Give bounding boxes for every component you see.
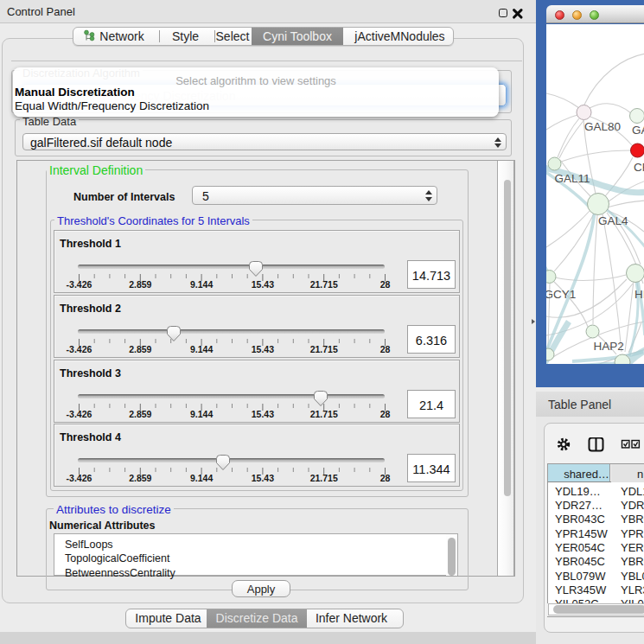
svg-text:GAL80: GAL80: [584, 120, 621, 133]
svg-text:28: 28: [380, 344, 391, 354]
svg-text:CR: CR: [634, 161, 644, 174]
svg-text:2.859: 2.859: [129, 279, 151, 290]
svg-text:GCY1: GCY1: [546, 288, 576, 301]
svg-text:-3.426: -3.426: [67, 344, 92, 354]
svg-text:28: 28: [380, 279, 391, 290]
svg-text:28: 28: [380, 473, 391, 483]
svg-text:28: 28: [380, 409, 391, 419]
svg-text:21.715: 21.715: [310, 279, 338, 290]
svg-text:9.144: 9.144: [190, 409, 213, 419]
svg-text:2.859: 2.859: [129, 409, 151, 419]
svg-text:GAL4: GAL4: [598, 214, 628, 227]
svg-text:15.43: 15.43: [252, 409, 274, 419]
svg-text:9.144: 9.144: [190, 279, 213, 290]
svg-text:HAP2: HAP2: [594, 340, 624, 353]
svg-text:-3.426: -3.426: [67, 279, 92, 290]
svg-text:15.43: 15.43: [252, 473, 274, 483]
svg-text:2.859: 2.859: [129, 344, 151, 354]
svg-text:21.715: 21.715: [310, 473, 338, 483]
svg-text:-3.426: -3.426: [67, 409, 92, 419]
svg-text:2.859: 2.859: [129, 473, 151, 483]
svg-text:21.715: 21.715: [310, 409, 338, 419]
svg-text:HI: HI: [634, 288, 644, 301]
svg-text:9.144: 9.144: [190, 473, 213, 483]
svg-text:-3.426: -3.426: [67, 473, 92, 483]
svg-text:9.144: 9.144: [190, 344, 213, 354]
svg-text:21.715: 21.715: [310, 344, 338, 354]
svg-text:15.43: 15.43: [252, 344, 274, 354]
svg-text:15.43: 15.43: [252, 279, 274, 290]
svg-text:GAL: GAL: [632, 124, 644, 137]
svg-text:GAL11: GAL11: [555, 172, 590, 185]
